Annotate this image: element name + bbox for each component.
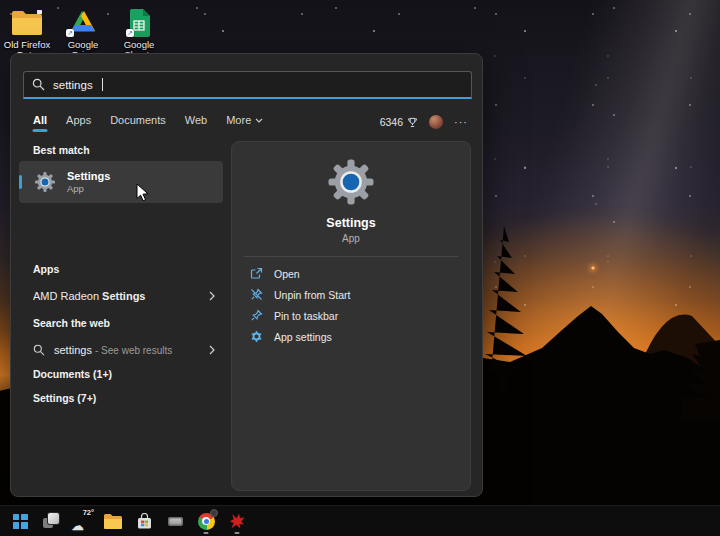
settings-gear-icon — [33, 170, 57, 194]
user-avatar[interactable] — [429, 115, 443, 129]
search-web-header: Search the web — [33, 317, 110, 329]
selection-accent-bar — [19, 175, 22, 189]
chrome-notification-badge — [210, 509, 218, 517]
file-explorer-icon — [103, 513, 123, 530]
app-result-amd-radeon-settings[interactable]: AMD Radeon Settings — [19, 283, 223, 309]
chevron-right-icon — [209, 291, 215, 301]
overflow-menu-button[interactable]: ··· — [454, 116, 468, 128]
shortcut-arrow-icon: ↗ — [126, 29, 134, 37]
search-input[interactable]: settings — [23, 71, 472, 99]
folder-icon — [10, 9, 44, 37]
best-match-title: Settings — [67, 170, 110, 183]
taskbar: 72° ☁ — [0, 505, 720, 536]
open-icon — [250, 267, 263, 280]
preview-title: Settings — [232, 216, 470, 230]
chevron-right-icon — [209, 345, 215, 355]
search-query-text: settings — [53, 79, 93, 91]
shortcut-arrow-icon: ↗ — [66, 29, 74, 37]
preview-subtitle: App — [232, 233, 470, 244]
pin-icon — [250, 309, 263, 322]
pinned-app-button[interactable] — [162, 508, 188, 534]
weather-temperature: 72° — [83, 508, 94, 517]
tab-web[interactable]: Web — [185, 114, 207, 130]
desktop-icons: Old Firefox Data ↗ Google Drive — [2, 5, 164, 60]
search-icon — [33, 344, 45, 356]
screen: Old Firefox Data ↗ Google Drive — [0, 0, 720, 536]
weather-widget-icon: 72° ☁ — [71, 511, 93, 531]
settings-gear-icon-large — [324, 155, 378, 209]
gear-icon — [250, 330, 263, 343]
web-result-settings[interactable]: settings - See web results — [19, 337, 223, 363]
action-open[interactable]: Open — [232, 263, 470, 284]
red-app-button[interactable] — [224, 508, 250, 534]
unpin-icon — [250, 288, 263, 301]
results-column: Best match — [11, 138, 231, 490]
preview-pane: Settings App Open Unpin from Start — [231, 141, 471, 491]
divider — [244, 256, 458, 257]
microsoft-store-button[interactable] — [131, 508, 157, 534]
widgets-weather-button[interactable]: 72° ☁ — [69, 508, 95, 534]
rewards-button[interactable]: 6346 — [380, 116, 418, 128]
tab-apps[interactable]: Apps — [66, 114, 91, 130]
web-result-label: settings - See web results — [54, 344, 200, 356]
search-icon — [32, 78, 45, 91]
task-view-icon — [43, 513, 59, 529]
start-button[interactable] — [7, 508, 33, 534]
search-flyout: settings All Apps Documents Web More 634… — [10, 53, 483, 497]
running-indicator — [235, 532, 240, 535]
microsoft-store-icon — [136, 513, 153, 530]
red-app-icon — [229, 513, 246, 530]
tab-documents[interactable]: Documents — [110, 114, 166, 130]
text-caret — [102, 78, 103, 91]
best-match-result[interactable]: Settings App — [19, 161, 223, 203]
rewards-trophy-icon — [407, 117, 418, 128]
task-view-button[interactable] — [38, 508, 64, 534]
file-explorer-button[interactable] — [100, 508, 126, 534]
app-result-label: AMD Radeon Settings — [33, 290, 200, 302]
documents-group-header[interactable]: Documents (1+) — [33, 368, 112, 380]
action-pin-to-taskbar[interactable]: Pin to taskbar — [232, 305, 470, 326]
best-match-subtitle: App — [67, 183, 110, 194]
windows-logo-icon — [13, 514, 28, 529]
apps-header: Apps — [33, 263, 59, 275]
cloud-icon: ☁ — [71, 518, 84, 533]
running-indicator — [204, 532, 209, 535]
tab-all[interactable]: All — [33, 114, 47, 130]
tab-more[interactable]: More — [226, 114, 263, 130]
settings-group-header[interactable]: Settings (7+) — [33, 392, 96, 404]
action-app-settings[interactable]: App settings — [232, 326, 470, 347]
rewards-points: 6346 — [380, 116, 403, 128]
desktop-icon-google-drive[interactable]: ↗ Google Drive — [58, 5, 108, 60]
chrome-button[interactable] — [193, 508, 219, 534]
desktop-icon-google-sheets[interactable]: ↗ Google Sheets — [114, 5, 164, 60]
best-match-header: Best match — [33, 144, 90, 156]
pinned-app-icon — [168, 517, 183, 526]
desktop-icon-old-firefox-data[interactable]: Old Firefox Data — [2, 5, 52, 60]
action-unpin-from-start[interactable]: Unpin from Start — [232, 284, 470, 305]
chevron-down-icon — [255, 118, 263, 123]
search-filter-tabs: All Apps Documents Web More 6346 — [33, 110, 468, 134]
tabs-right-cluster: 6346 ··· — [380, 115, 468, 129]
